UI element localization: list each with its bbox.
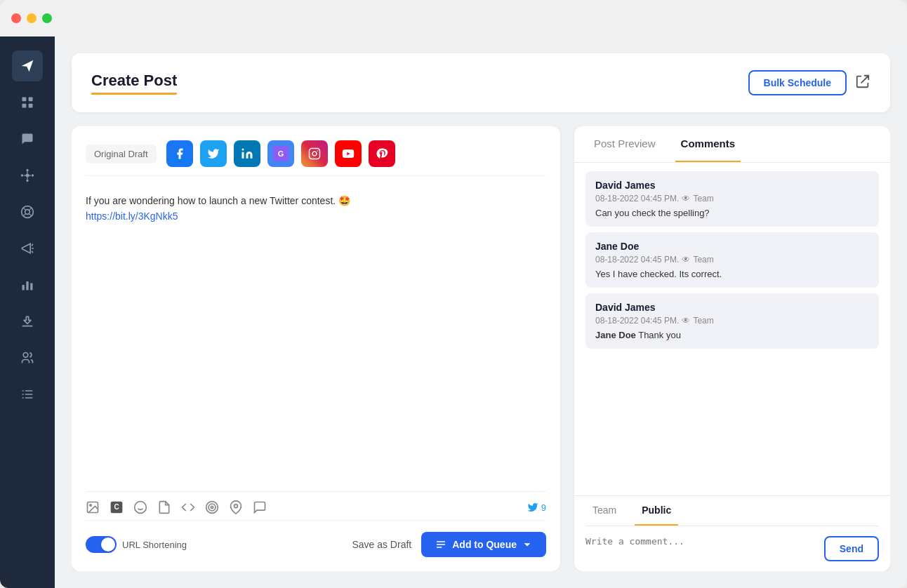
content-area: Create Post Bulk Schedule Original Draft	[55, 36, 907, 588]
target-button[interactable]	[205, 500, 219, 514]
svg-point-8	[21, 174, 23, 176]
social-tabs: Original Draft G	[86, 140, 546, 176]
comment-item: Jane Doe 08-18-2022 04:45 PM. 👁 Team Yes…	[585, 232, 879, 288]
sidebar-item-dashboard[interactable]	[12, 51, 43, 81]
eye-icon: 👁	[682, 316, 690, 326]
send-button[interactable]: Send	[824, 536, 879, 561]
sidebar-item-support[interactable]	[12, 196, 43, 227]
post-content-area: If you are wondering how to launch a new…	[86, 187, 546, 491]
right-panel: Post Preview Comments David James 08-18-…	[574, 126, 890, 571]
svg-point-15	[241, 149, 244, 151]
comment-input-section: Team Public Send	[574, 495, 890, 571]
input-tab-public[interactable]: Public	[635, 496, 678, 526]
comment-author: Jane Doe	[595, 241, 869, 252]
sidebar-item-network[interactable]	[12, 160, 43, 191]
youtube-tab[interactable]	[335, 140, 362, 167]
svg-text:G: G	[277, 149, 284, 158]
svg-point-29	[208, 504, 216, 511]
sidebar-item-list[interactable]	[12, 379, 43, 410]
comment-meta: 08-18-2022 04:45 PM. 👁 Team	[595, 316, 869, 326]
instagram-tab[interactable]	[301, 140, 328, 167]
comment-author: David James	[595, 180, 869, 191]
create-post-panel: Original Draft G	[72, 126, 560, 571]
comment-meta: 08-18-2022 04:45 PM. 👁 Team	[595, 194, 869, 203]
sidebar-item-downloads[interactable]	[12, 306, 43, 337]
save-draft-button[interactable]: Save as Draft	[352, 539, 411, 550]
url-shortening-toggle-switch[interactable]	[86, 536, 117, 553]
url-shortening-toggle: URL Shortening	[86, 536, 342, 553]
post-actions: URL Shortening Save as Draft Add to Queu…	[86, 520, 546, 557]
input-tab-team[interactable]: Team	[585, 496, 623, 526]
emoji-button[interactable]	[133, 500, 147, 514]
bulk-schedule-button[interactable]: Bulk Schedule	[748, 70, 847, 95]
url-shortening-label: URL Shortening	[122, 540, 187, 550]
comments-list: David James 08-18-2022 04:45 PM. 👁 Team …	[574, 163, 890, 495]
svg-rect-18	[309, 149, 319, 159]
comment-textarea[interactable]	[585, 536, 817, 561]
sidebar-item-messages[interactable]	[12, 123, 43, 154]
svg-rect-13	[30, 283, 32, 290]
svg-rect-2	[22, 104, 27, 108]
code-button[interactable]	[181, 500, 195, 514]
comment-mention: Jane Doe	[595, 330, 636, 340]
pinterest-tab[interactable]	[369, 140, 395, 167]
svg-point-25	[135, 502, 147, 514]
facebook-tab[interactable]	[166, 140, 193, 167]
svg-point-7	[26, 180, 28, 182]
comment-text-after-mention: Thank you	[638, 330, 681, 340]
title-underline	[91, 93, 177, 95]
post-link[interactable]: https://bit.ly/3KgNkk5	[86, 211, 178, 222]
comment-input-row: Send	[585, 526, 879, 571]
sidebar-item-analytics[interactable]	[12, 269, 43, 300]
maximize-button[interactable]	[42, 13, 52, 23]
location-button[interactable]	[229, 500, 243, 514]
twitter-char-count-value: 9	[541, 502, 546, 513]
image-upload-button[interactable]	[86, 500, 100, 514]
page-title-container: Create Post	[91, 72, 177, 95]
tab-comments[interactable]: Comments	[675, 126, 741, 162]
comment-text: Can you check the spelling?	[595, 208, 869, 218]
panels: Original Draft G	[72, 126, 890, 571]
svg-rect-12	[26, 281, 28, 290]
svg-point-22	[90, 505, 91, 507]
header-card: Create Post Bulk Schedule	[72, 53, 890, 112]
comment-meta: 08-18-2022 04:45 PM. 👁 Team	[595, 255, 869, 265]
page-title: Create Post	[91, 72, 177, 90]
sidebar-item-campaigns[interactable]	[12, 233, 43, 264]
comment-item: David James 08-18-2022 04:45 PM. 👁 Team …	[585, 171, 879, 227]
post-text: If you are wondering how to launch a new…	[86, 193, 546, 208]
minimize-button[interactable]	[27, 13, 37, 23]
close-button[interactable]	[11, 13, 21, 23]
header-actions: Bulk Schedule	[748, 70, 870, 95]
eye-icon: 👁	[682, 194, 690, 203]
svg-point-31	[234, 505, 238, 508]
panel-tabs: Post Preview Comments	[574, 126, 890, 163]
draft-label: Original Draft	[86, 145, 157, 163]
google-business-tab[interactable]: G	[267, 140, 294, 167]
comment-text: Jane Doe Thank you	[595, 330, 869, 340]
tab-post-preview[interactable]: Post Preview	[588, 126, 661, 162]
svg-point-10	[25, 210, 30, 215]
svg-point-30	[211, 506, 213, 508]
svg-rect-3	[29, 104, 33, 108]
svg-point-5	[26, 169, 28, 171]
char-count: 9	[527, 502, 546, 513]
export-icon-button[interactable]	[855, 74, 870, 93]
svg-point-6	[32, 174, 34, 176]
toggle-knob	[101, 537, 115, 552]
svg-rect-11	[22, 285, 25, 290]
linkedin-tab[interactable]	[234, 140, 260, 167]
add-to-queue-button[interactable]: Add to Queue	[421, 532, 546, 557]
titlebar	[0, 0, 907, 36]
traffic-lights	[11, 13, 52, 23]
document-button[interactable]	[157, 500, 171, 514]
sidebar-item-users[interactable]	[12, 342, 43, 373]
twitter-tab[interactable]	[200, 140, 227, 167]
chat-button[interactable]	[253, 500, 267, 514]
content-button[interactable]: C	[110, 500, 124, 514]
sidebar-item-grid[interactable]	[12, 87, 43, 118]
svg-text:C: C	[114, 503, 119, 511]
editor-toolbar: C	[86, 491, 546, 514]
comment-author: David James	[595, 302, 869, 313]
comment-text: Yes I have checked. Its correct.	[595, 269, 869, 279]
